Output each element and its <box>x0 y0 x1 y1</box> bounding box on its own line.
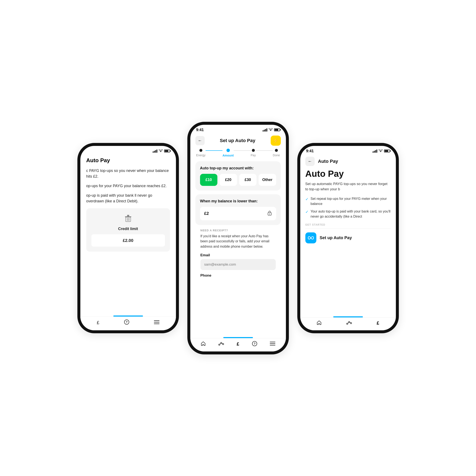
svg-line-17 <box>222 343 223 344</box>
svg-point-14 <box>221 342 222 344</box>
nav-payments[interactable]: £ <box>97 320 99 325</box>
right-nav-usage[interactable] <box>346 321 352 326</box>
right-home-icon <box>317 320 322 326</box>
receipt-section-label: NEED A RECEIPT? <box>201 229 276 232</box>
receipt-section: NEED A RECEIPT? If you'd like a receipt … <box>195 229 281 283</box>
step-line-2 <box>234 150 251 151</box>
center-page-title: Set up Auto Pay <box>220 138 255 143</box>
left-body-text-3: op-up is paid with your bank ll never go… <box>86 193 170 204</box>
step-label-amount: Amount <box>222 154 234 157</box>
svg-rect-8 <box>154 320 159 321</box>
svg-rect-1 <box>127 215 129 216</box>
divider <box>305 228 391 229</box>
svg-point-12 <box>269 214 270 214</box>
get-started-label: GET STARTED <box>305 223 391 226</box>
email-label: Email <box>201 253 276 257</box>
infinity-icon <box>305 232 316 243</box>
right-body: Auto Pay Set up automatic PAYG top-ups s… <box>300 169 396 315</box>
center-nav-help[interactable]: ? <box>252 341 257 347</box>
right-wifi-icon <box>378 149 383 153</box>
step-line-1 <box>205 150 222 151</box>
step-dot-pay <box>252 149 255 152</box>
right-nav-payments[interactable]: £ <box>377 320 379 326</box>
right-payments-icon: £ <box>377 320 379 326</box>
left-screen: Auto Pay c PAYG top-ups so you never whe… <box>80 154 176 314</box>
right-status-bar: 9:41 <box>300 146 396 154</box>
left-app-title: Auto Pay <box>80 154 176 168</box>
center-status-bar: 9:41 <box>190 125 286 134</box>
right-back-button[interactable]: ← <box>305 157 315 166</box>
center-time: 9:41 <box>196 128 204 132</box>
step-line-3 <box>256 150 273 151</box>
left-body: c PAYG top-ups so you never when your ba… <box>80 168 176 252</box>
svg-rect-21 <box>270 343 275 344</box>
lightning-icon: ⚡ <box>272 138 279 144</box>
lightning-button[interactable]: ⚡ <box>271 136 281 146</box>
center-status-icons <box>263 128 280 132</box>
right-status-icons <box>373 149 390 153</box>
signal-icon <box>153 150 157 153</box>
menu-icon <box>154 320 159 325</box>
amount-10-button[interactable]: £10 <box>200 174 218 186</box>
center-content: Auto top-up my account with: £10 £20 £30… <box>190 161 286 336</box>
step-label-energy: Energy <box>196 153 205 157</box>
payments-icon: £ <box>97 320 99 325</box>
topup-card-title: Auto top-up my account with: <box>200 166 276 170</box>
checkmark-icon-2: ✓ <box>305 209 308 215</box>
nav-help[interactable]: ? <box>124 319 129 326</box>
right-nav-home[interactable] <box>317 320 322 326</box>
left-bottom-nav: £ ? <box>80 317 176 330</box>
help-icon: ? <box>124 319 129 326</box>
amount-20-button[interactable]: £20 <box>220 174 237 186</box>
center-header: ← Set up Auto Pay ⚡ <box>190 134 286 149</box>
right-phone: 9:41 ← Auto Pay Auto Pay Set up autom <box>297 143 399 333</box>
step-dot-done <box>275 149 278 152</box>
email-input[interactable] <box>201 259 276 270</box>
center-phone: 9:41 ← Set up Auto Pay ⚡ <box>187 122 289 354</box>
right-usage-icon <box>346 321 352 326</box>
svg-line-27 <box>350 322 351 323</box>
center-menu-icon <box>270 342 275 346</box>
center-nav-home[interactable] <box>201 341 206 347</box>
stepper: Energy Amount Pay Done <box>190 149 286 161</box>
center-bottom-nav: £ ? <box>190 338 286 351</box>
svg-text:?: ? <box>254 342 255 345</box>
center-nav-menu[interactable] <box>270 342 275 346</box>
setup-autopay-button[interactable]: Set up Auto Pay <box>305 231 391 245</box>
left-body-text-2: op-ups for your PAYG your balance reache… <box>86 183 170 189</box>
topup-card: Auto top-up my account with: £10 £20 £30… <box>195 161 281 190</box>
credit-limit-card: Credit limit £2.00 <box>86 208 170 252</box>
step-label-pay: Pay <box>251 153 256 157</box>
amount-other-button[interactable]: Other <box>259 174 276 186</box>
center-nav-payments[interactable]: £ <box>237 341 239 347</box>
back-button[interactable]: ← <box>195 136 205 145</box>
auto-pay-heading: Auto Pay <box>305 169 391 179</box>
left-phone: Auto Pay c PAYG top-ups so you never whe… <box>77 143 179 333</box>
step-pay: Pay <box>251 149 256 157</box>
center-wifi-icon <box>269 128 273 132</box>
right-time: 9:41 <box>306 149 314 153</box>
center-nav-usage[interactable] <box>218 341 224 347</box>
right-header: ← Auto Pay <box>300 154 396 169</box>
balance-value: £2 <box>204 211 209 216</box>
balance-card: When my balance is lower than: £2 <box>195 194 281 225</box>
usage-icon <box>218 341 224 347</box>
svg-text:?: ? <box>126 320 128 324</box>
step-dot-amount <box>226 149 230 152</box>
home-icon <box>201 341 206 347</box>
svg-point-24 <box>348 322 350 323</box>
svg-line-26 <box>348 323 349 323</box>
check-item-1: ✓ Set repeat top-ups for your PAYG meter… <box>305 196 391 206</box>
step-energy: Energy <box>196 149 205 157</box>
step-dot-energy <box>199 149 202 152</box>
left-body-text-1: c PAYG top-ups so you never when your ba… <box>86 168 170 179</box>
phone-label: Phone <box>201 273 276 278</box>
right-bottom-nav: £ <box>300 317 396 330</box>
nav-menu[interactable] <box>154 320 159 325</box>
trash-icon[interactable] <box>123 213 133 223</box>
check-text-1: Set repeat top-ups for your PAYG meter w… <box>311 196 391 206</box>
center-payments-icon: £ <box>237 341 239 347</box>
amount-30-button[interactable]: £30 <box>239 174 257 186</box>
left-status-bar <box>80 146 176 154</box>
right-battery-icon <box>384 150 390 153</box>
